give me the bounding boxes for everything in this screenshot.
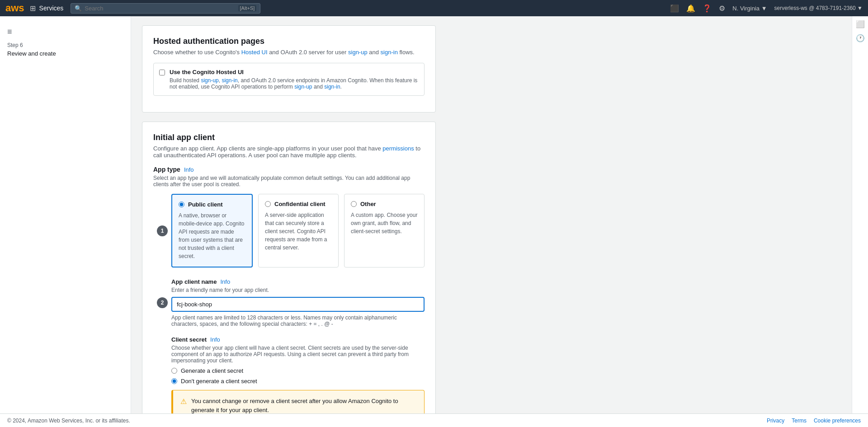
hosted-ui-label-area: Use the Cognito Hosted UI Build hosted s… xyxy=(170,69,419,90)
bell-icon[interactable]: 🔔 xyxy=(686,4,695,13)
signin-link2[interactable]: sign-in xyxy=(324,84,340,90)
footer-terms-link[interactable]: Terms xyxy=(792,418,807,424)
signin-link[interactable]: sign-in xyxy=(381,49,398,56)
other-client-card[interactable]: Other A custom app. Choose your own gran… xyxy=(344,194,425,267)
sidebar: ≡ Step 6 Review and create xyxy=(0,16,131,413)
app-client-name-input[interactable] xyxy=(171,297,425,312)
hosted-auth-title: Hosted authentication pages xyxy=(153,37,425,46)
app-client-name-sublabel: Enter a friendly name for your app clien… xyxy=(171,287,425,293)
terminal-icon[interactable]: ⬛ xyxy=(670,4,679,13)
help-icon[interactable]: ❓ xyxy=(703,4,712,13)
sidebar-step-label: Step 6 xyxy=(0,40,131,49)
confidential-client-card[interactable]: Confidential client A server-side applic… xyxy=(258,194,339,267)
public-client-card[interactable]: Public client A native, browser or mobil… xyxy=(171,194,253,267)
app-client-name-label: App client name xyxy=(171,278,217,285)
confidential-client-label: Confidential client xyxy=(274,201,326,207)
initial-app-client-title: Initial app client xyxy=(153,133,425,142)
sidebar-menu-icon[interactable]: ≡ xyxy=(0,23,131,40)
search-input[interactable] xyxy=(85,5,238,12)
hosted-auth-card: Hosted authentication pages Choose wheth… xyxy=(142,25,436,113)
search-shortcut: [Alt+S] xyxy=(238,5,257,11)
region-selector[interactable]: N. Virginia ▼ xyxy=(732,5,767,12)
warning-icon: ⚠ xyxy=(180,397,187,406)
confidential-client-radio[interactable] xyxy=(265,201,271,207)
app-type-section: App type Info Select an app type and we … xyxy=(153,166,425,267)
public-client-header: Public client xyxy=(179,201,245,208)
search-bar[interactable]: 🔍 [Alt+S] xyxy=(71,3,260,14)
warning-text: You cannot change or remove a client sec… xyxy=(191,397,417,414)
initial-app-client-desc: Configure an app client. App clients are… xyxy=(153,145,425,159)
right-panel-icon-2[interactable]: 🕐 xyxy=(856,34,865,42)
main-content: Hosted authentication pages Choose wheth… xyxy=(131,16,868,427)
app-type-info-link[interactable]: Info xyxy=(184,166,194,173)
app-client-name-info[interactable]: Info xyxy=(220,278,230,285)
client-secret-label: Client secret xyxy=(171,336,207,343)
public-client-radio[interactable] xyxy=(179,202,184,207)
other-client-desc: A custom app. Choose your own grant, aut… xyxy=(351,211,418,235)
settings-icon[interactable]: ⚙ xyxy=(719,4,725,13)
confidential-client-desc: A server-side application that can secur… xyxy=(265,211,332,252)
app-type-desc: Select an app type and we will automatic… xyxy=(153,175,425,188)
client-secret-label-row: Client secret Info xyxy=(171,336,425,343)
services-nav-link[interactable]: Services xyxy=(39,5,64,12)
app-type-label: App type xyxy=(153,166,180,173)
signup-link[interactable]: sign-up xyxy=(348,49,368,56)
generate-secret-label: Generate a client secret xyxy=(181,367,243,374)
app-type-form-section: 1 Public client A native, browser or mob… xyxy=(171,194,425,267)
generate-secret-radio[interactable] xyxy=(171,368,177,374)
dont-generate-secret-radio[interactable] xyxy=(171,378,177,384)
public-client-label: Public client xyxy=(188,201,223,208)
client-secret-desc: Choose whether your app client will have… xyxy=(171,345,425,364)
right-panel-icon-1[interactable]: ⬜ xyxy=(856,20,865,28)
hosted-ui-checkbox[interactable] xyxy=(159,70,165,75)
permissions-link[interactable]: permissions xyxy=(382,145,414,152)
confidential-client-header: Confidential client xyxy=(265,201,332,207)
client-secret-form: Client secret Info Choose whether your a… xyxy=(171,336,425,421)
app-type-radio-cards: Public client A native, browser or mobil… xyxy=(171,194,425,267)
other-client-header: Other xyxy=(351,201,418,207)
grid-icon[interactable]: ⊞ xyxy=(30,4,36,13)
initial-app-client-card: Initial app client Configure an app clie… xyxy=(142,122,436,427)
hosted-ui-label: Use the Cognito Hosted UI xyxy=(170,69,419,75)
dont-generate-secret-label: Don't generate a client secret xyxy=(181,378,257,385)
sidebar-step-name: Review and create xyxy=(0,49,131,58)
dont-generate-secret-option[interactable]: Don't generate a client secret xyxy=(171,378,425,385)
page-wrapper: ≡ Step 6 Review and create Hosted authen… xyxy=(0,16,868,427)
app-client-name-form: 2 App client name Info Enter a friendly … xyxy=(171,278,425,327)
sign-in-link[interactable]: sign-in xyxy=(222,77,237,84)
right-panel: ⬜ 🕐 xyxy=(852,16,868,413)
signup-link2[interactable]: sign-up xyxy=(294,84,312,90)
hosted-auth-description: Choose whether to use Cognito's Hosted U… xyxy=(153,49,425,56)
nav-right-area: ⬛ 🔔 ❓ ⚙ N. Virginia ▼ serverless-ws @ 47… xyxy=(670,4,863,13)
app-client-name-section: 2 App client name Info Enter a friendly … xyxy=(153,278,425,327)
footer-cookie-link[interactable]: Cookie preferences xyxy=(814,418,861,424)
step-badge-2: 2 xyxy=(157,297,168,308)
app-type-header: App type Info xyxy=(153,166,425,173)
client-secret-info[interactable]: Info xyxy=(210,336,220,343)
other-client-radio[interactable] xyxy=(351,201,357,207)
hosted-ui-sublabel: Build hosted sign-up, sign-in, and OAuth… xyxy=(170,77,419,90)
sign-up-link[interactable]: sign-up xyxy=(201,77,218,84)
page-footer: © 2024, Amazon Web Services, Inc. or its… xyxy=(0,413,868,427)
generate-secret-option[interactable]: Generate a client secret xyxy=(171,367,425,374)
step-badge-1: 1 xyxy=(157,225,168,236)
aws-logo: aws xyxy=(5,2,24,14)
other-client-label: Other xyxy=(360,201,376,207)
top-navigation: aws ⊞ Services 🔍 [Alt+S] ⬛ 🔔 ❓ ⚙ N. Virg… xyxy=(0,0,868,16)
hosted-ui-checkbox-row: Use the Cognito Hosted UI Build hosted s… xyxy=(153,63,425,96)
footer-privacy-link[interactable]: Privacy xyxy=(767,418,784,424)
public-client-desc: A native, browser or mobile-device app. … xyxy=(179,211,245,260)
hosted-ui-link[interactable]: Hosted UI xyxy=(241,49,268,56)
account-selector[interactable]: serverless-ws @ 4783-7191-2360 ▼ xyxy=(774,5,863,11)
app-client-name-hint: App client names are limited to 128 char… xyxy=(171,314,425,327)
app-client-name-label-row: App client name Info xyxy=(171,278,425,285)
search-icon: 🔍 xyxy=(75,5,82,12)
client-secret-section-wrapper: Client secret Info Choose whether your a… xyxy=(153,336,425,421)
footer-copyright: © 2024, Amazon Web Services, Inc. or its… xyxy=(7,418,130,424)
